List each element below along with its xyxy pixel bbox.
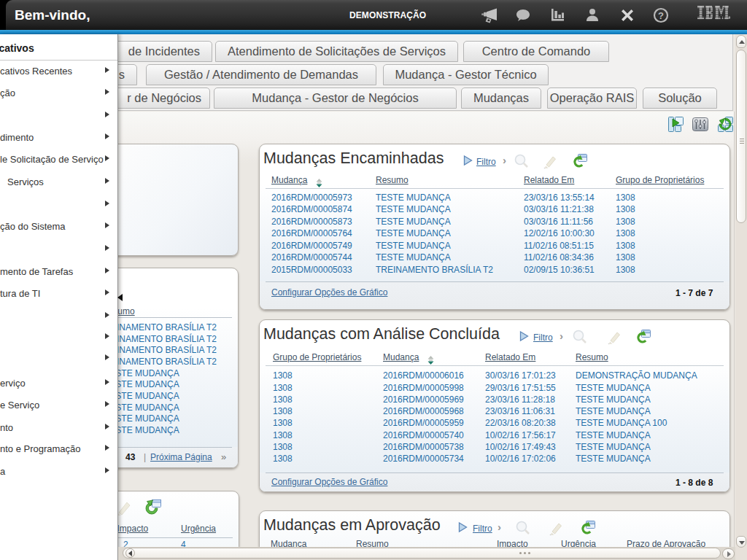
svg-text:?: ?: [658, 10, 664, 21]
